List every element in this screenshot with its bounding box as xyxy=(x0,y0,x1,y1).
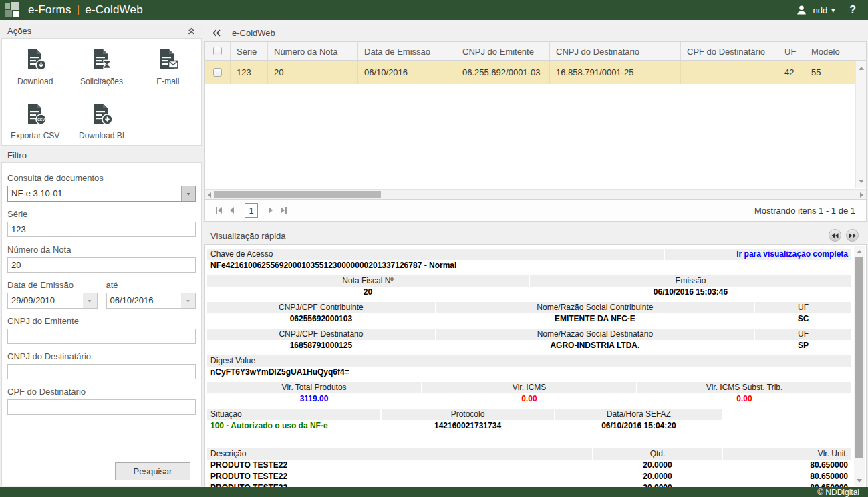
nome-destinatario-value: AGRO-INDSTRIA LTDA. xyxy=(436,341,754,351)
protocolo-label: Protocolo xyxy=(382,409,555,420)
sefaz-value: 06/10/2016 15:04:20 xyxy=(555,421,722,432)
dropdown-caret-icon[interactable]: ▼ xyxy=(181,293,195,308)
quick-view-title: Visualização rápida xyxy=(210,231,286,241)
column-header-cnpj-destinatario[interactable]: CNPJ do Destinatário xyxy=(550,42,681,60)
pager-next-button[interactable] xyxy=(269,207,273,214)
actions-panel-title: Ações xyxy=(7,26,31,36)
pager-first-button[interactable] xyxy=(216,207,222,214)
column-header-serie[interactable]: Série xyxy=(231,42,268,60)
collapse-panel-icon[interactable] xyxy=(187,27,196,35)
scroll-left-icon[interactable] xyxy=(208,192,211,198)
column-header-cnpj-emitente[interactable]: CNPJ do Emitente xyxy=(456,42,550,60)
numero-nota-input[interactable] xyxy=(7,257,196,273)
previous-document-button[interactable] xyxy=(829,229,841,242)
cpf-destinatario-input[interactable] xyxy=(7,399,196,415)
action-download-bi[interactable]: Download BI xyxy=(68,102,134,140)
action-solicitacoes[interactable]: Solicitações xyxy=(68,48,134,86)
collapse-sidebar-icon[interactable] xyxy=(212,29,221,37)
action-download[interactable]: Download xyxy=(2,48,68,86)
quick-view-scrollbar[interactable] xyxy=(854,246,865,486)
user-menu[interactable]: ndd xyxy=(813,5,827,15)
cell-cnpj-emitente: 06.255.692/0001-03 xyxy=(456,61,550,84)
produto-descricao: PRODUTO TESTE22 xyxy=(207,472,592,482)
dropdown-caret-icon[interactable]: ▼ xyxy=(83,293,97,308)
quick-view-scroll-thumb[interactable] xyxy=(855,257,863,458)
vlr-icms-value: 0.00 xyxy=(422,394,636,405)
pager-prev-button[interactable] xyxy=(230,207,234,214)
horizontal-scrollbar[interactable] xyxy=(205,189,866,199)
uf-destinatario-value: SP xyxy=(755,341,851,351)
app-title-right: e-ColdWeb xyxy=(85,3,143,16)
produto-qtd-header: Qtd. xyxy=(593,448,722,460)
cell-serie: 123 xyxy=(231,61,268,84)
cnpj-contribuinte-value: 06255692000103 xyxy=(207,314,435,325)
nome-destinatario-label: Nome/Razão Social Destinatário xyxy=(436,329,754,340)
produto-descricao-header: Descrição xyxy=(207,448,592,460)
vertical-scrollbar[interactable] xyxy=(855,61,866,188)
scroll-up-icon[interactable] xyxy=(859,67,864,70)
grid-empty-space xyxy=(205,84,866,189)
app-title-left: e-Forms xyxy=(28,3,71,16)
user-menu-caret-icon[interactable]: ▾ xyxy=(831,7,835,14)
vlr-icms-label: Vlr. ICMS xyxy=(422,382,636,393)
action-label: Download xyxy=(17,77,53,86)
serie-input[interactable] xyxy=(7,222,196,237)
dropdown-caret-icon[interactable]: ▼ xyxy=(181,186,195,201)
action-label: E-mail xyxy=(156,77,179,86)
search-button[interactable]: Pesquisar xyxy=(115,462,190,480)
numero-nota-label: Número da Nota xyxy=(7,244,196,255)
action-email[interactable]: E-mail xyxy=(135,48,201,86)
cnpj-emitente-input[interactable] xyxy=(7,329,196,344)
scroll-right-icon[interactable] xyxy=(860,192,863,198)
produto-row: PRODUTO TESTE22 20.0000 80.650000 xyxy=(207,472,851,482)
column-header-data-emissao[interactable]: Data de Emissão xyxy=(358,42,456,60)
produto-row: PRODUTO TESTE22 20.0000 80.650000 xyxy=(207,460,851,471)
uf-contribuinte-value: SC xyxy=(755,314,851,325)
produto-qtd: 20.0000 xyxy=(593,472,722,482)
sidebar: Ações Download Solicitações xyxy=(1,24,202,486)
digest-value-label: Digest Value xyxy=(207,355,851,367)
scroll-down-icon[interactable] xyxy=(857,479,862,482)
select-all-checkbox[interactable] xyxy=(213,47,222,55)
filter-panel-header: Filtro xyxy=(1,148,202,163)
data-inicio-picker[interactable]: 29/09/2010 ▼ xyxy=(7,293,98,309)
column-header-uf[interactable]: UF xyxy=(778,42,805,60)
pager-last-button[interactable] xyxy=(281,207,287,214)
documents-grid: Série Número da Nota Data de Emissão CNP… xyxy=(204,41,867,222)
document-hourglass-icon xyxy=(90,48,113,73)
row-checkbox[interactable] xyxy=(213,68,222,77)
title-separator: | xyxy=(77,3,80,16)
action-exportar-csv[interactable]: CSV Exportar CSV xyxy=(2,102,68,140)
data-fim-picker[interactable]: 06/10/2016 ▼ xyxy=(106,293,196,309)
document-type-select[interactable]: NF-e 3.10-01 ▼ xyxy=(7,186,196,202)
vlr-total-value: 3119.00 xyxy=(207,394,421,405)
chave-acesso-label: Chave de Acesso xyxy=(207,248,664,260)
quick-view-header: Visualização rápida xyxy=(204,227,867,244)
scroll-down-icon[interactable] xyxy=(859,180,864,183)
nome-contribuinte-value: EMITENTE DA NFC-E xyxy=(436,314,754,325)
column-header-modelo[interactable]: Modelo xyxy=(805,42,855,60)
full-view-link[interactable]: Ir para visualização completa xyxy=(665,248,851,260)
cnpj-contribuinte-label: CNPJ/CPF Contribuinte xyxy=(207,302,435,313)
document-download-icon xyxy=(90,102,113,128)
pager-current-page[interactable]: 1 xyxy=(245,203,258,218)
action-label: Download BI xyxy=(79,131,124,140)
data-emissao-label: Data de Emissão xyxy=(7,280,98,290)
help-button[interactable]: ? xyxy=(849,4,856,16)
next-document-button[interactable] xyxy=(846,229,859,242)
scroll-up-icon[interactable] xyxy=(857,250,862,253)
horizontal-scroll-thumb[interactable] xyxy=(214,191,381,198)
cnpj-destinatario-input[interactable] xyxy=(7,364,196,379)
cell-cpf-destinatario xyxy=(681,61,778,84)
uf-destinatario-label: UF xyxy=(755,329,851,340)
table-row[interactable]: 123 20 06/10/2016 06.255.692/0001-03 16.… xyxy=(205,61,866,84)
filter-panel-body: Consulta de documentos NF-e 3.10-01 ▼ Sé… xyxy=(1,163,202,486)
column-header-cpf-destinatario[interactable]: CPF do Destinatário xyxy=(681,42,778,60)
emissao-label: Emissão xyxy=(530,275,851,287)
action-label: Exportar CSV xyxy=(11,131,59,140)
app-title: e-Forms|e-ColdWeb xyxy=(28,3,143,17)
cell-cnpj-destinatario: 16.858.791/0001-25 xyxy=(550,61,681,84)
column-header-numero[interactable]: Número da Nota xyxy=(268,42,358,60)
main-area: e-ColdWeb Série Número da Nota Data de E… xyxy=(204,24,867,488)
cnpj-emitente-label: CNPJ do Emitente xyxy=(7,316,196,326)
